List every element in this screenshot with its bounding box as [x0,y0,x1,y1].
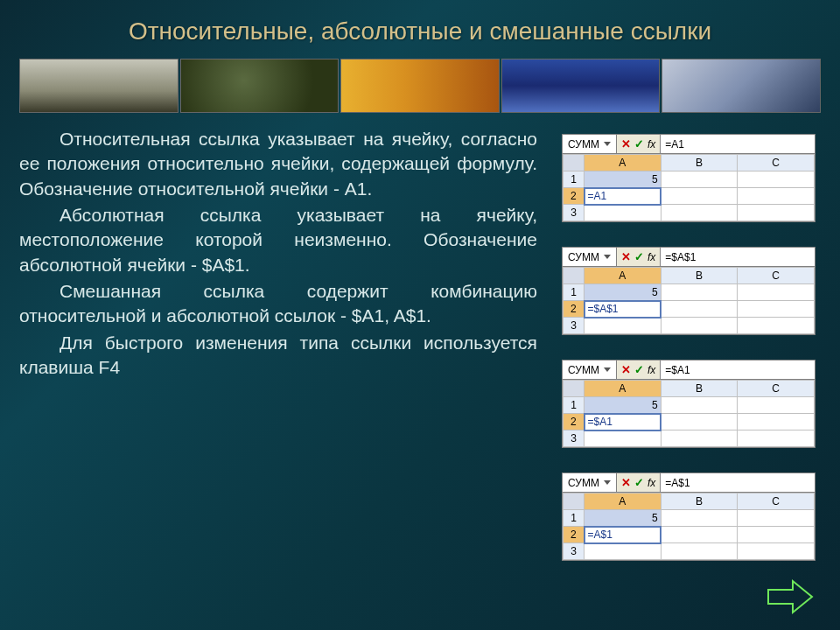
decor-image-5 [662,59,821,113]
row-header-3[interactable]: 3 [564,543,584,560]
paragraph-f4: Для быстрого изменения типа ссылки испол… [19,331,537,381]
cell-a2-editing[interactable]: =$A$1 [584,301,662,318]
select-all-corner[interactable] [564,381,584,397]
cell-b1[interactable] [661,172,738,188]
cell-b2[interactable] [661,414,738,430]
cell-a3[interactable] [584,430,662,447]
col-header-a[interactable]: A [584,268,662,284]
fx-icon[interactable]: fx [648,251,655,263]
formula-bar[interactable]: =$A$1 [661,248,815,266]
cell-a1[interactable]: 5 [584,397,662,414]
cell-a3[interactable] [584,205,662,221]
cell-b3[interactable] [661,543,738,560]
next-slide-button[interactable] [766,578,814,616]
confirm-icon[interactable]: ✓ [634,363,644,376]
col-header-b[interactable]: B [661,381,738,397]
row-header-2[interactable]: 2 [564,301,584,318]
cell-a3[interactable] [584,318,662,334]
cell-a1[interactable]: 5 [584,284,662,301]
row-header-3[interactable]: 3 [564,205,584,221]
confirm-icon[interactable]: ✓ [634,137,644,150]
name-box[interactable]: СУММ [563,360,617,379]
body-text: Относительная ссылка указывает на ячейку… [19,122,537,561]
cell-c3[interactable] [738,318,815,334]
row-header-1[interactable]: 1 [564,172,584,188]
col-header-a[interactable]: A [584,494,662,510]
select-all-corner[interactable] [564,494,584,510]
row-header-3[interactable]: 3 [564,318,584,334]
row-header-3[interactable]: 3 [564,430,584,447]
row-header-2[interactable]: 2 [564,527,584,543]
fx-icon[interactable]: fx [648,138,655,150]
cell-b3[interactable] [661,318,738,334]
row-header-2[interactable]: 2 [564,188,584,205]
select-all-corner[interactable] [564,155,584,172]
cancel-icon[interactable]: ✕ [621,137,631,150]
confirm-icon[interactable]: ✓ [634,250,644,263]
cell-c3[interactable] [738,205,815,221]
decor-image-1 [19,59,178,113]
select-all-corner[interactable] [564,268,584,284]
name-box-label: СУММ [568,477,599,489]
cell-a1[interactable]: 5 [584,172,662,188]
cell-a3[interactable] [584,543,662,560]
name-box-label: СУММ [568,138,599,150]
cell-c3[interactable] [738,543,815,560]
cell-c2[interactable] [738,301,815,318]
col-header-c[interactable]: C [738,381,815,397]
dropdown-icon [604,142,611,146]
col-header-b[interactable]: B [661,155,738,172]
cell-c1[interactable] [738,510,815,527]
cell-c1[interactable] [738,284,815,301]
cell-c2[interactable] [738,414,815,430]
dropdown-icon [604,368,611,372]
cell-c3[interactable] [738,430,815,447]
cell-b2[interactable] [661,527,738,543]
cell-b2[interactable] [661,188,738,205]
cell-b1[interactable] [661,510,738,527]
paragraph-absolute: Абсолютная ссылка указывает на ячейку, м… [19,203,537,277]
col-header-c[interactable]: C [738,494,815,510]
name-box-label: СУММ [568,364,599,376]
name-box[interactable]: СУММ [563,473,617,492]
cell-c1[interactable] [738,397,815,414]
row-header-2[interactable]: 2 [564,414,584,430]
col-header-b[interactable]: B [661,268,738,284]
row-header-1[interactable]: 1 [564,397,584,414]
cancel-icon[interactable]: ✕ [621,476,631,489]
decor-image-2 [180,59,340,113]
name-box[interactable]: СУММ [563,248,617,266]
excel-sample-absolute: СУММ ✕ ✓ fx =$A$1 A B C 1 [562,247,816,335]
cell-b1[interactable] [661,284,738,301]
cell-c2[interactable] [738,527,815,543]
cell-b2[interactable] [661,301,738,318]
cancel-icon[interactable]: ✕ [621,363,631,376]
cell-a2-editing[interactable]: =A$1 [584,527,662,543]
formula-bar[interactable]: =$A1 [661,360,815,379]
paragraph-relative: Относительная ссылка указывает на ячейку… [19,127,537,201]
row-header-1[interactable]: 1 [564,284,584,301]
cell-b1[interactable] [661,397,738,414]
fx-icon[interactable]: fx [648,477,655,489]
formula-bar[interactable]: =A1 [661,135,815,153]
cell-a1[interactable]: 5 [584,510,662,527]
cell-c1[interactable] [738,172,815,188]
col-header-c[interactable]: C [738,268,815,284]
cell-b3[interactable] [661,430,738,447]
col-header-a[interactable]: A [584,155,662,172]
col-header-b[interactable]: B [661,494,738,510]
confirm-icon[interactable]: ✓ [634,476,644,489]
image-strip [19,59,821,113]
cancel-icon[interactable]: ✕ [621,250,631,263]
cell-c2[interactable] [738,188,815,205]
col-header-c[interactable]: C [738,155,815,172]
fx-icon[interactable]: fx [648,364,655,376]
decor-image-3 [340,59,500,113]
cell-b3[interactable] [661,205,738,221]
formula-bar[interactable]: =A$1 [661,473,815,492]
col-header-a[interactable]: A [584,381,662,397]
cell-a2-editing[interactable]: =A1 [584,188,662,205]
cell-a2-editing[interactable]: =$A1 [584,414,662,430]
row-header-1[interactable]: 1 [564,510,584,527]
name-box[interactable]: СУММ [563,135,617,153]
